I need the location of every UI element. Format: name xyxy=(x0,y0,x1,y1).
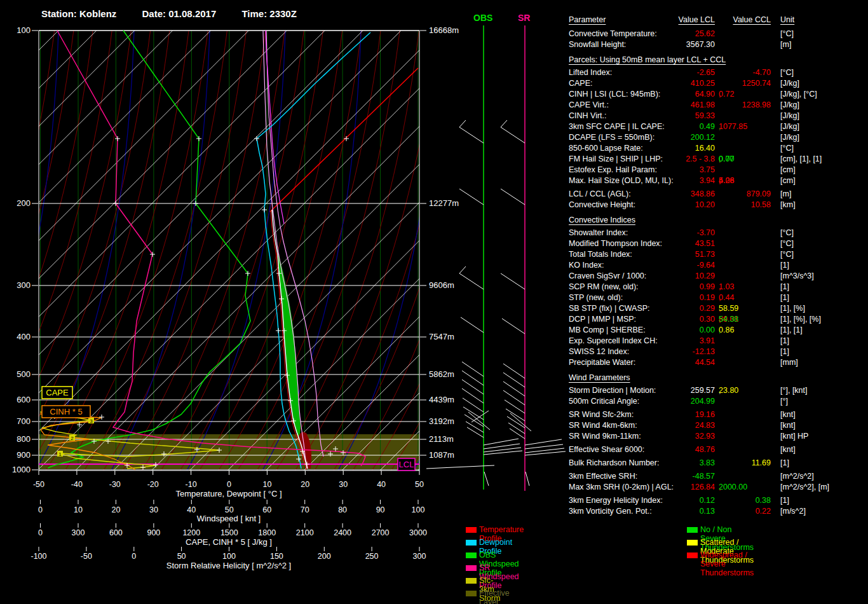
windspeed-tick-label: 80 xyxy=(338,505,347,514)
value-lcl: 200.12 xyxy=(569,133,715,142)
table-row: FM Hail Size | SHIP | LHP:2.5 - 3.8, 0.7… xyxy=(569,154,868,165)
obs-wind-barb xyxy=(484,472,489,486)
unit: [°C] xyxy=(780,29,794,38)
value-lcl: 19.16 xyxy=(569,410,715,419)
pressure-label: 800 xyxy=(9,434,31,444)
value-lcl: 0.49 xyxy=(569,122,715,131)
obs-wind-barb xyxy=(459,273,484,289)
unit: [°], [knt] xyxy=(780,386,808,395)
dewpoint-profile xyxy=(257,32,370,469)
svg-text:CAPE: CAPE xyxy=(46,388,69,397)
srh-tick-label: 250 xyxy=(365,552,379,561)
obs-wind-barb xyxy=(463,407,484,420)
value-lcl: -9.64 xyxy=(569,261,715,270)
sr-windspeed-profile xyxy=(57,31,365,466)
table-row: Storm Direction | Motion:259.57, 23.80[°… xyxy=(569,386,868,397)
height-label: 12277m xyxy=(429,198,459,208)
table-row: Max. Hail Size (OLD, MU, IL):3.94, 4.06,… xyxy=(569,176,868,187)
windspeed-tick-label: 10 xyxy=(74,505,83,514)
svg-text:3: 3 xyxy=(90,418,93,424)
table-row: Exp. Supercell Index CH:3.91[1] xyxy=(569,336,868,347)
pressure-label: 300 xyxy=(9,280,31,290)
sr-wind-barb xyxy=(502,319,525,334)
cape-area xyxy=(278,254,301,437)
temperature-tick-label: 20 xyxy=(301,480,309,489)
table-row: 850-600 Lapse Rate:16.40[°C] xyxy=(569,144,868,154)
temperature-tick-label: 0 xyxy=(227,480,231,489)
table-row: Effective Shear 6000:48.76[knt] xyxy=(569,445,868,456)
table-row: KO Index:-9.64[1] xyxy=(569,261,868,271)
sr-wind-barb xyxy=(510,429,525,439)
height-label: 2113m xyxy=(429,434,454,444)
table-row: Max 3km SRH (0-2km) | AGL:126.84, 2000.0… xyxy=(569,483,868,493)
cape-axis-title: CAPE, CINH * 5 [ J/kg ] xyxy=(186,537,272,547)
height-label: 5862m xyxy=(429,369,454,379)
unit: [cm], [1], [1] xyxy=(780,154,822,163)
cape-tick-label: 1800 xyxy=(258,528,276,537)
sr-wind-barb xyxy=(503,381,525,396)
table-row: 500m Critical Angle:204.99[°] xyxy=(569,397,868,408)
sr-wind-barb xyxy=(526,472,529,486)
windspeed-tick-label: 40 xyxy=(187,505,196,514)
obs-wind-barb xyxy=(462,388,484,403)
unit: [cm] xyxy=(780,165,796,174)
table-row: Craven SigSvr / 1000:10.29[m^3/s^3] xyxy=(569,271,868,282)
srh-tick-label: -100 xyxy=(31,552,46,561)
unit: [J/kg] xyxy=(780,100,799,109)
obs-wind-barb xyxy=(426,465,494,469)
srh-tick-label: 100 xyxy=(222,552,236,561)
value-lcl: -3.70 xyxy=(569,228,715,237)
sr-wind-barb xyxy=(503,364,525,378)
cape-tick-label: 3000 xyxy=(409,528,427,537)
svg-text:1: 1 xyxy=(58,451,62,457)
windspeed-tick-label: 60 xyxy=(262,505,271,514)
sr-wind-barb xyxy=(508,423,525,434)
unit: [1] xyxy=(780,336,789,345)
value-lcl: 348.86 xyxy=(569,189,715,198)
obs-wind-barb xyxy=(461,317,484,333)
table-header-row: ParameterValue LCLValue CCLUnit xyxy=(569,15,868,29)
temperature-tick-label: 30 xyxy=(339,480,348,489)
sr-wind-barb xyxy=(501,120,507,127)
table-row: Convective Height:10.2010.58[km] xyxy=(569,200,868,211)
temperature-tick-label: -40 xyxy=(71,480,83,489)
unit: [J/kg], [°C] xyxy=(780,90,817,99)
cape-tick-label: 600 xyxy=(109,528,123,537)
height-label: 3192m xyxy=(429,416,454,426)
section-header: Parcels: Using 50mB mean layer LCL + CCL xyxy=(569,55,868,68)
value-lcl: 25.62 xyxy=(569,29,715,38)
temperature-tick-label: -50 xyxy=(33,480,44,489)
table-row: Total Totals Index:51.73[°C] xyxy=(569,250,868,261)
pressure-label: 700 xyxy=(9,416,31,426)
srh-tick-label: 0 xyxy=(132,552,136,561)
obs-wind-barb xyxy=(462,380,484,394)
obs-wind-barb xyxy=(459,266,466,273)
table-row: CINH | LSI (LCL: 945mB):64.90, 0.72[J/kg… xyxy=(569,90,868,100)
srh-tick-label: 200 xyxy=(318,552,331,561)
obs-wind-barb xyxy=(459,120,466,127)
table-row: CAPE Virt.:461.981238.98[J/kg] xyxy=(569,100,868,111)
value-lcl: 461.98 xyxy=(569,100,715,109)
legend-swatch xyxy=(466,540,477,546)
table-row: Estofex Exp. Hail Param:3.75[cm] xyxy=(569,165,868,176)
height-label: 9606m xyxy=(429,280,454,290)
sr-wind-barb xyxy=(501,127,525,143)
value-ccl: 1238.98 xyxy=(720,100,771,109)
value-lcl: 0.30 xyxy=(569,315,715,324)
cape-tick-label: 2100 xyxy=(296,528,314,537)
value-ccl: 879.09 xyxy=(720,189,771,198)
unit: [knt] xyxy=(780,421,796,430)
table-row: DCAPE (LFS = 550mB):200.12[J/kg] xyxy=(569,133,868,144)
pressure-label: 900 xyxy=(9,450,31,460)
value-lcl: 259.57 xyxy=(569,386,715,395)
windspeed-tick-label: 20 xyxy=(111,505,120,514)
section-header: Wind Parameters xyxy=(569,373,868,386)
cape-tick-label: 900 xyxy=(147,528,160,537)
legend-swatch xyxy=(687,527,698,533)
table-row: SWISS 12 Index:-12.13[1] xyxy=(569,347,868,358)
windspeed-tick-label: 70 xyxy=(301,505,309,514)
value-lcl: 43.51 xyxy=(569,239,715,248)
unit: [knt] xyxy=(780,410,796,419)
sr-wind-barb xyxy=(525,439,562,445)
table-row: SB STP (fix) | CWASP:0.29, 58.59[1], [%] xyxy=(569,304,868,315)
